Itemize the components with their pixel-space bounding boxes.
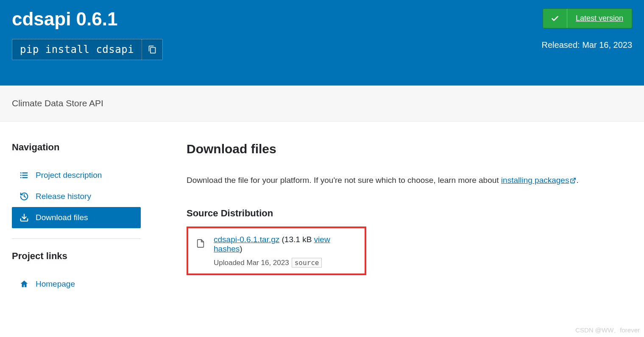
header-right: Latest version Released: Mar 16, 2023 (542, 8, 632, 50)
history-icon (20, 192, 29, 201)
content-title: Download files (187, 142, 632, 156)
main-content-wrap: Navigation Project description Release h… (0, 122, 644, 312)
list-lines-icon (20, 171, 29, 180)
installing-packages-link[interactable]: installing packages (501, 176, 577, 185)
file-details: cdsapi-0.6.1.tar.gz (13.1 kB view hashes… (214, 235, 357, 268)
file-uploaded-text: Uploaded Mar 16, 2023 (214, 259, 289, 267)
file-size-prefix: (13.1 kB (282, 235, 314, 244)
content-area: Download files Download the file for you… (153, 130, 644, 295)
latest-version-label: Latest version (567, 9, 632, 28)
sidebar: Navigation Project description Release h… (0, 130, 153, 295)
copy-icon (148, 45, 156, 54)
sidebar-item-label: Project description (36, 171, 102, 180)
lead-prefix: Download the file for your platform. If … (187, 176, 501, 185)
svg-line-9 (573, 178, 576, 181)
lead-paragraph: Download the file for your platform. If … (187, 176, 632, 186)
copy-button[interactable] (142, 39, 162, 60)
package-summary: Climate Data Store API (0, 86, 644, 122)
sidebar-divider (12, 238, 141, 239)
file-line-2: Uploaded Mar 16, 2023 source (214, 258, 357, 268)
package-header: cdsapi 0.6.1 pip install cdsapi Latest v… (0, 0, 644, 86)
pip-command-text[interactable]: pip install cdsapi (12, 39, 142, 60)
sidebar-item-label: Release history (36, 192, 91, 201)
sidebar-link-homepage[interactable]: Homepage (12, 273, 141, 295)
latest-version-badge[interactable]: Latest version (543, 8, 632, 28)
file-line-1: cdsapi-0.6.1.tar.gz (13.1 kB view hashes… (214, 235, 357, 254)
document-icon (196, 238, 205, 251)
file-size-suffix: ) (240, 244, 242, 253)
sidebar-link-label: Homepage (36, 279, 75, 289)
check-icon (551, 14, 559, 23)
sidebar-item-download-files[interactable]: Download files (12, 207, 141, 228)
download-icon (20, 213, 29, 222)
external-link-icon (570, 177, 576, 186)
released-date: Released: Mar 16, 2023 (542, 40, 632, 50)
source-file-card: cdsapi-0.6.1.tar.gz (13.1 kB view hashes… (187, 227, 366, 275)
sidebar-item-label: Download files (36, 213, 88, 222)
home-icon (20, 279, 29, 289)
package-title: cdsapi 0.6.1 (12, 8, 542, 30)
svg-line-7 (24, 196, 26, 197)
lead-suffix: . (576, 176, 578, 185)
nav-heading: Navigation (12, 142, 141, 153)
check-icon-wrap (543, 9, 567, 28)
pip-install-row: pip install cdsapi (12, 39, 163, 60)
project-links-heading: Project links (12, 251, 141, 262)
source-distribution-heading: Source Distribution (187, 208, 632, 219)
header-left: cdsapi 0.6.1 pip install cdsapi (12, 8, 542, 60)
sidebar-item-release-history[interactable]: Release history (12, 186, 141, 207)
file-source-tag: source (292, 258, 322, 268)
sidebar-item-project-description[interactable]: Project description (12, 165, 141, 186)
lead-link-text: installing packages (501, 176, 569, 185)
file-download-link[interactable]: cdsapi-0.6.1.tar.gz (214, 235, 279, 244)
